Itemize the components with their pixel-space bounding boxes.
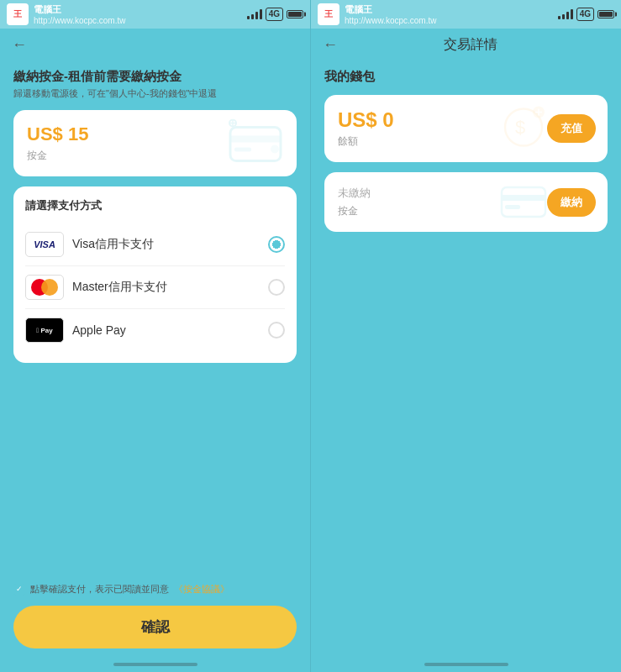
payment-option-master[interactable]: Master信用卡支付	[25, 266, 285, 309]
payment-option-visa[interactable]: VISA Visa信用卡支付	[25, 223, 285, 266]
balance-card-deco: $	[498, 104, 549, 154]
right-phone: 王 電腦王 http://www.kocpc.com.tw 4G ← 交易詳情 …	[310, 0, 621, 672]
applepay-label: Apple Pay	[72, 323, 260, 337]
payment-section: 請選擇支付方式 VISA Visa信用卡支付 Master信用卡支付	[13, 186, 297, 363]
svg-rect-2	[234, 147, 251, 151]
agree-link[interactable]: 《按金協議》	[174, 583, 229, 596]
signal-icon-right	[558, 9, 573, 19]
svg-rect-13	[502, 195, 545, 201]
svg-rect-0	[230, 127, 281, 160]
agree-row: ✓ 點擊確認支付，表示已閱讀並同意 《按金協議》	[13, 583, 297, 596]
home-indicator-left	[0, 657, 310, 672]
balance-card: US$ 0 餘額 $ 充值	[324, 95, 608, 162]
4g-badge-right: 4G	[576, 8, 594, 21]
watermark-title-left: 電腦王	[34, 3, 125, 16]
svg-rect-1	[230, 135, 281, 142]
battery-icon-left	[287, 10, 303, 18]
confirm-button[interactable]: 確認	[13, 606, 297, 648]
deposit-card-deco	[498, 181, 549, 224]
content-left: 繳納按金-租借前需要繳納按金 歸還移動電源後，可在"個人中心-我的錢包"中退還 …	[0, 59, 310, 583]
back-button-left[interactable]: ←	[12, 36, 27, 54]
signal-icon-left	[247, 9, 262, 19]
pay-button[interactable]: 繳納	[547, 188, 596, 217]
visa-label: Visa信用卡支付	[72, 237, 260, 252]
master-logo	[25, 275, 64, 300]
home-indicator-right	[311, 657, 621, 672]
deposit-amount-card: US$ 15 按金	[13, 110, 297, 176]
recharge-button[interactable]: 充值	[547, 114, 596, 143]
applepay-logo:  Pay	[25, 318, 64, 343]
svg-rect-14	[505, 205, 520, 209]
battery-icon-right	[597, 10, 614, 18]
content-right: 我的錢包 US$ 0 餘額 $ 充值 未繳納 按金	[311, 59, 621, 657]
svg-text:$: $	[515, 117, 525, 138]
payment-option-applepay[interactable]:  Pay Apple Pay	[25, 309, 285, 351]
nav-bar-right: ← 交易詳情	[311, 29, 621, 59]
applepay-radio[interactable]	[268, 322, 285, 339]
watermark-logo-left: 王	[7, 3, 29, 25]
visa-logo: VISA	[25, 232, 64, 257]
home-bar-right	[424, 663, 508, 666]
watermark-url-right: http://www.kocpc.com.tw	[345, 16, 436, 25]
card-deco-icon	[226, 118, 285, 168]
watermark-title-right: 電腦王	[345, 3, 436, 16]
watermark-logo-right: 王	[318, 3, 339, 25]
agree-text: 點擊確認支付，表示已閱讀並同意	[30, 583, 169, 596]
page-heading-left: 繳納按金-租借前需要繳納按金 歸還移動電源後，可在"個人中心-我的錢包"中退還	[13, 69, 297, 100]
master-radio[interactable]	[268, 279, 285, 296]
nav-bar-left: ←	[0, 29, 310, 59]
back-button-right[interactable]: ←	[323, 36, 338, 54]
page-heading-right: 我的錢包	[324, 69, 608, 85]
svg-rect-12	[502, 187, 545, 217]
left-phone: 王 電腦王 http://www.kocpc.com.tw 4G ← 繳納按金-…	[0, 0, 310, 672]
watermark-left: 王 電腦王 http://www.kocpc.com.tw 4G	[0, 0, 310, 29]
master-label: Master信用卡支付	[72, 280, 260, 295]
payment-title: 請選擇支付方式	[25, 198, 285, 213]
unpaid-deposit-card: 未繳納 按金 繳納	[324, 172, 608, 232]
footer-left: ✓ 點擊確認支付，表示已閱讀並同意 《按金協議》 確認	[0, 583, 310, 657]
nav-title-right: 交易詳情	[444, 36, 513, 54]
visa-radio[interactable]	[268, 236, 285, 253]
4g-badge-left: 4G	[266, 8, 283, 21]
svg-point-3	[271, 144, 279, 153]
agree-checkbox[interactable]: ✓	[13, 584, 25, 596]
watermark-url-left: http://www.kocpc.com.tw	[34, 16, 125, 25]
watermark-right: 王 電腦王 http://www.kocpc.com.tw 4G	[311, 0, 621, 29]
home-bar-left	[113, 663, 197, 666]
